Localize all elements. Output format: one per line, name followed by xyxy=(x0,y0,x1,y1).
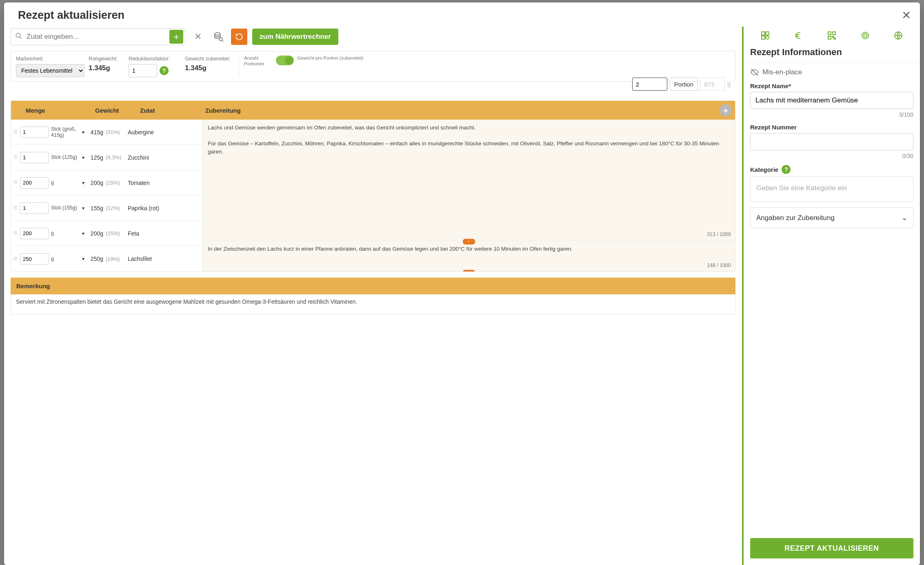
portions-input[interactable] xyxy=(632,78,667,91)
add-ingredient-button[interactable]: ＋ xyxy=(169,30,183,44)
recipe-name-count: 3/100 xyxy=(750,111,913,118)
unit-label: g xyxy=(49,256,80,262)
category-input[interactable]: Geben Sie eine Kategorie ein xyxy=(750,176,913,202)
char-count: 146 / 1000 xyxy=(707,262,731,269)
ingredient-search[interactable]: ＋ xyxy=(11,28,185,45)
preparation-block[interactable]: In der Zwischenzeit den Lachs kurz in ei… xyxy=(203,241,735,271)
qty-input[interactable] xyxy=(20,127,49,138)
unit-dropdown-icon[interactable]: ▾ xyxy=(80,256,86,262)
col-weight: Gewicht xyxy=(92,107,137,114)
ingredient-table: Menge Gewicht Zutat Zubereitung ＋ ⠿Stck … xyxy=(11,100,735,272)
svg-rect-13 xyxy=(828,36,831,39)
gram-label: g xyxy=(727,81,731,87)
remark-section: Bemerkung Serviert mit Zitronenspalten b… xyxy=(11,278,735,315)
search-icon xyxy=(11,32,27,42)
sidebar-tabs xyxy=(744,27,920,43)
search-input[interactable] xyxy=(27,33,169,41)
weight-percent: (15%) xyxy=(106,180,126,186)
collapse-handle-icon[interactable]: - xyxy=(463,239,475,245)
nutrition-calculator-button[interactable]: zum Nährwertrechner xyxy=(252,29,338,45)
unit-dropdown-icon[interactable]: ▾ xyxy=(80,205,86,211)
svg-rect-11 xyxy=(828,32,831,35)
drag-handle-icon[interactable]: ⠿ xyxy=(11,180,20,186)
qty-input[interactable] xyxy=(20,152,49,163)
weight-percent: (12%) xyxy=(106,205,126,211)
qty-input[interactable] xyxy=(20,253,49,265)
table-row: ⠿Stck (155g)▾155g(12%)Paprika (rot) xyxy=(11,196,202,221)
svg-line-4 xyxy=(222,40,223,42)
category-help-icon[interactable]: ? xyxy=(782,165,791,174)
drag-handle-icon[interactable]: ⠿ xyxy=(11,256,20,262)
drag-handle-icon[interactable]: ⠿ xyxy=(11,154,20,160)
cooked-weight-label: Gewicht zubereitet: xyxy=(185,56,234,62)
qty-input[interactable] xyxy=(20,202,49,214)
unit-dropdown-icon[interactable]: ▾ xyxy=(80,180,86,186)
ingredient-name: Tomaten xyxy=(126,180,150,186)
portion-unit[interactable]: Portion xyxy=(670,78,698,91)
unit-dropdown-icon[interactable]: ▾ xyxy=(80,155,86,160)
raw-weight-label: Rohgewicht: xyxy=(89,56,125,62)
drag-handle-icon[interactable]: ⠿ xyxy=(11,205,20,211)
table-row: ⠿g▾250g(19%)Lachsfilet xyxy=(11,246,202,271)
recipe-number-count: 0/30 xyxy=(750,153,913,159)
tab-euro-icon[interactable] xyxy=(793,31,803,40)
ingredient-rows: ⠿Stck (groß, 415g)▾415g(31%)Aubergine⠿St… xyxy=(11,120,203,271)
recipe-number-input[interactable] xyxy=(750,133,913,150)
tab-calculator-icon[interactable] xyxy=(760,31,770,40)
refresh-button[interactable] xyxy=(231,29,247,45)
col-qty: Menge xyxy=(22,107,92,114)
modal-title: Rezept aktualisieren xyxy=(18,9,124,22)
weight-value: 200g xyxy=(86,230,106,237)
ingredient-name: Lachsfilet xyxy=(126,256,152,262)
svg-rect-5 xyxy=(762,32,765,35)
mep-label: Mis-en-place xyxy=(762,68,802,76)
reduction-label: Reduktionsfaktor: xyxy=(129,56,182,62)
svg-rect-14 xyxy=(833,36,834,38)
close-icon[interactable]: ✕ xyxy=(902,10,911,21)
left-column: ＋ ✕ zum Nährwertrechner Maßeinheit: Fest… xyxy=(4,27,742,565)
toolbar: ＋ ✕ zum Nährwertrechner xyxy=(11,27,735,45)
database-icon[interactable] xyxy=(211,29,226,44)
mis-en-place-toggle[interactable]: Mis-en-place xyxy=(750,68,913,77)
svg-point-2 xyxy=(215,33,220,35)
qty-input[interactable] xyxy=(20,177,49,189)
save-recipe-button[interactable]: REZEPT AKTUALISIEREN xyxy=(750,538,913,558)
table-header: Menge Gewicht Zutat Zubereitung ＋ xyxy=(11,101,735,120)
clear-icon[interactable]: ✕ xyxy=(190,29,206,44)
weight-value: 125g xyxy=(86,154,106,161)
char-count: 313 / 1000 xyxy=(707,231,731,238)
portion-toggle[interactable] xyxy=(276,56,294,65)
weight-value: 155g xyxy=(86,205,106,211)
remark-heading: Bemerkung xyxy=(11,278,735,294)
table-row: ⠿Stck (125g)▾125g(9,3%)Zucchini xyxy=(11,145,202,170)
per-portion-weight xyxy=(700,78,725,91)
unit-label: Stck (155g) xyxy=(49,205,80,211)
collapse-handle-icon[interactable]: - xyxy=(463,270,475,272)
unit-label: Stck (groß, 415g) xyxy=(49,126,80,138)
svg-point-0 xyxy=(16,33,20,38)
tab-globe-icon[interactable] xyxy=(893,31,903,40)
tab-badge-icon[interactable] xyxy=(860,31,870,40)
drag-handle-icon[interactable]: ⠿ xyxy=(11,129,20,135)
table-row: ⠿g▾200g(15%)Tomaten xyxy=(11,170,202,196)
drag-handle-icon[interactable]: ⠿ xyxy=(11,230,20,236)
unit-dropdown-icon[interactable]: ▾ xyxy=(80,231,86,236)
preparation-block[interactable]: Lachs und Gemüse werden gemeinsam im Ofe… xyxy=(203,120,735,241)
weight-percent: (19%) xyxy=(106,256,126,262)
svg-point-17 xyxy=(864,34,867,37)
remark-text[interactable]: Serviert mit Zitronenspalten bietet das … xyxy=(11,294,735,315)
preparation-accordion[interactable]: Angaben zur Zubereitung ⌄ xyxy=(750,207,913,228)
recipe-name-input[interactable] xyxy=(750,92,913,109)
qty-input[interactable] xyxy=(20,228,49,239)
accordion-label: Angaben zur Zubereitung xyxy=(756,214,835,222)
unit-label: g xyxy=(49,180,80,186)
unit-label: Stck (125g) xyxy=(49,154,80,160)
unit-label: Maßeinheit: xyxy=(16,56,85,62)
unit-dropdown-icon[interactable]: ▾ xyxy=(80,129,86,135)
weight-percent: (9,3%) xyxy=(106,154,126,160)
svg-rect-6 xyxy=(766,32,769,35)
tab-qr-icon[interactable] xyxy=(827,31,837,40)
add-row-button[interactable]: ＋ xyxy=(720,104,732,116)
weight-value: 415g xyxy=(86,129,106,136)
recipe-name-label: Rezept Name* xyxy=(750,82,913,89)
